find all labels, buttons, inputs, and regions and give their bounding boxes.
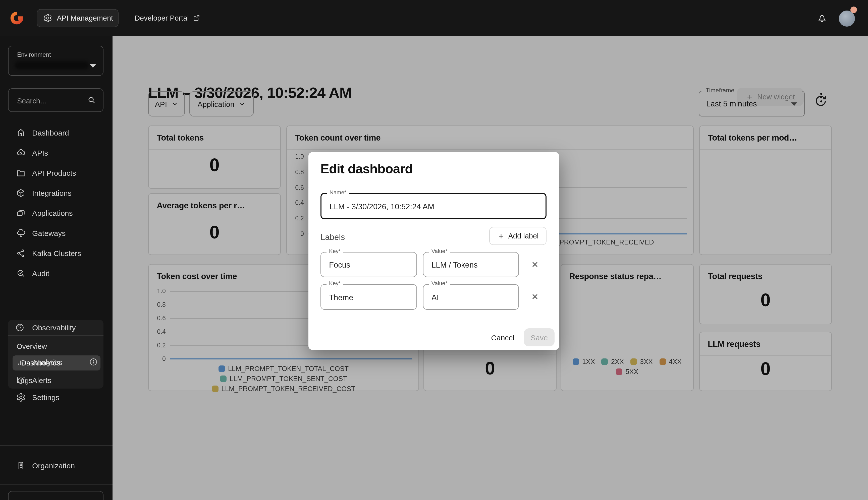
modal-title: Edit dashboard — [321, 161, 413, 177]
environment-label: Environment — [17, 51, 51, 58]
sidebar-item-label: Analytics — [32, 358, 62, 366]
avatar[interactable] — [839, 11, 855, 26]
app-switcher-label: API Management — [57, 14, 113, 22]
label-value-field: Value* — [423, 252, 519, 277]
app-root: API Management Developer Portal Environm… — [0, 0, 868, 500]
sidebar-item-kafka-clusters[interactable]: Kafka Clusters — [0, 243, 112, 263]
sidebar-item-label: Observability — [32, 323, 76, 332]
cloud-gear-icon — [16, 148, 26, 157]
home-icon — [16, 128, 26, 137]
sidebar-item-applications[interactable]: Applications — [0, 203, 112, 223]
bell-icon[interactable] — [817, 13, 827, 24]
gauge-icon — [15, 323, 25, 332]
developer-portal-label: Developer Portal — [135, 14, 189, 22]
add-label-label: Add label — [508, 232, 539, 240]
plus-icon — [497, 232, 505, 240]
copies-icon — [16, 208, 26, 218]
remove-label-icon[interactable]: ✕ — [528, 289, 542, 304]
save-button[interactable]: Save — [524, 328, 555, 346]
name-field: Name* — [321, 193, 546, 219]
sidebar-item-organization[interactable]: Organization — [0, 455, 112, 475]
label-key-field: Key* — [321, 252, 417, 277]
sidebar-item-audit[interactable]: Audit — [0, 263, 112, 283]
sidebar-bottom-select[interactable] — [8, 491, 103, 500]
sidebar-item-settings[interactable]: Settings — [0, 387, 112, 407]
divider — [8, 336, 103, 336]
sidebar-item-label: Organization — [32, 461, 75, 470]
sidebar-item-api-products[interactable]: API Products — [0, 163, 112, 183]
gravitee-logo-icon[interactable] — [10, 11, 24, 25]
sidebar-item-label: Alerts — [32, 376, 52, 384]
sidebar-item-label: Applications — [32, 208, 73, 217]
sidebar-item-label: Kafka Clusters — [32, 249, 81, 257]
sidebar-item-label: Integrations — [32, 189, 71, 197]
avatar-status-badge — [850, 7, 857, 13]
search-icon[interactable] — [87, 95, 97, 105]
sidebar-item-apis[interactable]: APIs — [0, 143, 112, 163]
cube-icon — [16, 188, 26, 197]
external-link-icon — [193, 14, 200, 22]
sidebar-item-observability[interactable]: Observability — [8, 320, 103, 336]
sidebar-item-label: Audit — [32, 269, 49, 277]
value-input[interactable] — [431, 252, 513, 277]
key-input[interactable] — [328, 252, 411, 277]
building-icon — [16, 461, 26, 470]
edit-dashboard-modal: Edit dashboard Name* Labels Add label Ke… — [309, 152, 559, 350]
sidebar-item-label: Gateways — [32, 229, 66, 237]
sidebar-item-overview[interactable]: Overview — [8, 339, 103, 354]
info-icon[interactable] — [89, 357, 98, 366]
environment-select[interactable]: Environment — [8, 46, 103, 76]
divider — [0, 485, 112, 485]
share-icon — [16, 248, 26, 258]
sidebar-item-label: Dashboard — [32, 128, 69, 137]
sidebar: Environment Dashboard APIs — [0, 36, 112, 500]
app-switcher-button[interactable]: API Management — [37, 9, 119, 27]
sidebar-item-integrations[interactable]: Integrations — [0, 183, 112, 203]
divider — [0, 445, 112, 446]
environment-value-redacted — [14, 61, 89, 69]
sidebar-search — [8, 88, 103, 112]
search-check-icon — [16, 268, 26, 278]
bar-chart-icon — [16, 357, 26, 367]
chevron-down-icon — [90, 64, 96, 68]
sidebar-subitem-label: Overview — [16, 342, 47, 350]
sidebar-item-gateways[interactable]: Gateways — [0, 223, 112, 243]
topbar: API Management Developer Portal — [0, 0, 868, 36]
label-key-field: Key* — [321, 284, 417, 310]
key-input[interactable] — [328, 285, 411, 310]
sidebar-item-analytics[interactable]: Analytics — [0, 352, 112, 372]
search-input[interactable] — [16, 89, 88, 112]
add-label-button[interactable]: Add label — [489, 227, 546, 245]
value-input[interactable] — [431, 285, 513, 310]
cloud-node-icon — [16, 228, 26, 238]
cancel-button[interactable]: Cancel — [487, 328, 519, 346]
sidebar-item-label: Settings — [32, 393, 59, 401]
label-value-field: Value* — [423, 284, 519, 310]
alarm-clock-icon — [16, 375, 26, 385]
gear-icon — [16, 392, 26, 402]
sidebar-item-label: API Products — [32, 168, 76, 177]
name-input[interactable] — [329, 194, 541, 219]
remove-label-icon[interactable]: ✕ — [528, 258, 542, 272]
labels-heading: Labels — [321, 228, 345, 246]
gear-icon — [43, 13, 52, 23]
sidebar-item-label: APIs — [32, 148, 48, 157]
developer-portal-link[interactable]: Developer Portal — [135, 0, 200, 36]
sidebar-item-dashboard[interactable]: Dashboard — [0, 123, 112, 143]
folder-icon — [16, 168, 26, 178]
